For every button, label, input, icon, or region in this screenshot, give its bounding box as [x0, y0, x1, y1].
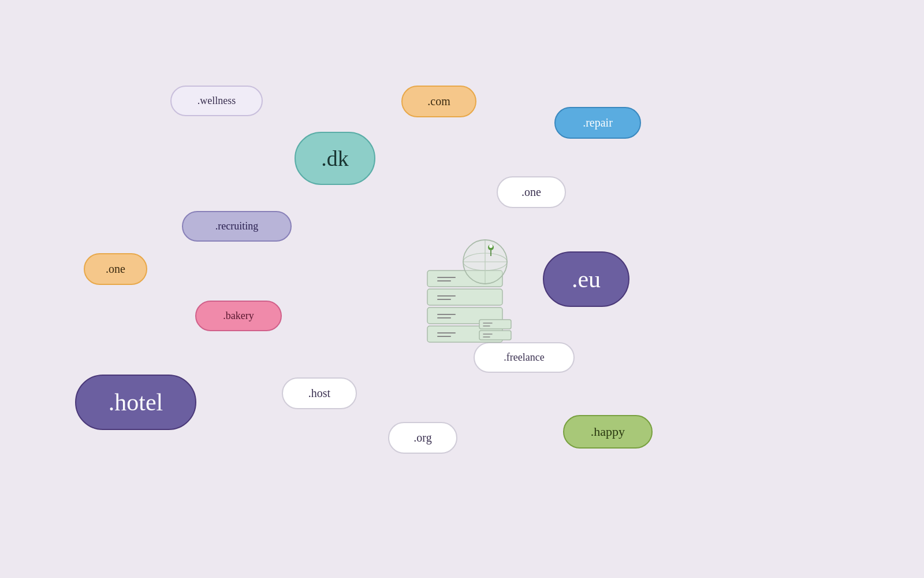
- badge-label-recruiting: .recruiting: [215, 220, 258, 232]
- badge-label-wellness: .wellness: [198, 95, 236, 107]
- badge-label-dk: .dk: [321, 146, 349, 171]
- badge-host[interactable]: .host: [282, 377, 357, 409]
- badge-label-org: .org: [413, 431, 431, 444]
- badge-label-repair: .repair: [583, 116, 613, 129]
- badge-bakery[interactable]: .bakery: [195, 301, 282, 331]
- badge-one-white[interactable]: .one: [497, 176, 566, 208]
- badge-one-orange[interactable]: .one: [84, 253, 147, 285]
- server-illustration: [393, 213, 531, 351]
- badge-wellness[interactable]: .wellness: [170, 86, 263, 116]
- badge-label-eu: .eu: [572, 265, 601, 293]
- badge-label-bakery: .bakery: [223, 310, 254, 322]
- badge-label-hotel: .hotel: [109, 388, 163, 416]
- svg-point-25: [489, 244, 493, 248]
- badge-label-one-white: .one: [521, 186, 541, 199]
- badge-happy[interactable]: .happy: [563, 415, 653, 449]
- svg-rect-3: [427, 289, 502, 305]
- badge-eu[interactable]: .eu: [543, 251, 629, 307]
- badge-com[interactable]: .com: [401, 86, 476, 117]
- badge-hotel[interactable]: .hotel: [75, 375, 196, 430]
- badge-label-happy: .happy: [591, 424, 625, 439]
- badge-recruiting[interactable]: .recruiting: [182, 211, 292, 242]
- svg-rect-15: [479, 331, 511, 340]
- badge-label-com: .com: [427, 95, 450, 108]
- badge-dk[interactable]: .dk: [295, 132, 375, 185]
- svg-point-22: [464, 240, 506, 283]
- badge-repair[interactable]: .repair: [554, 107, 641, 139]
- badge-org[interactable]: .org: [388, 422, 457, 454]
- badge-label-one-orange: .one: [106, 262, 125, 276]
- badge-label-freelance: .freelance: [504, 351, 544, 364]
- svg-rect-12: [479, 320, 511, 329]
- badge-label-host: .host: [308, 387, 330, 400]
